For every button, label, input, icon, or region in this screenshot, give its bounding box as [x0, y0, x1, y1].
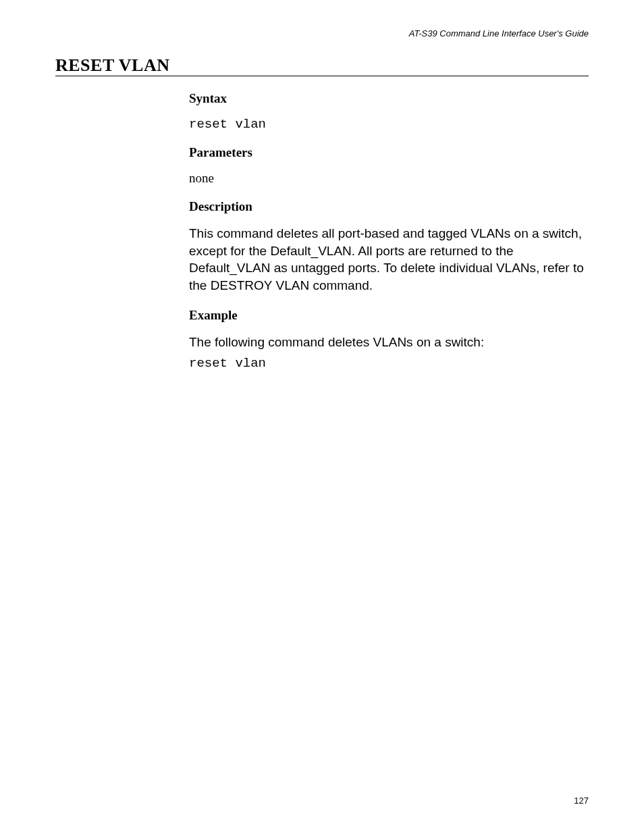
syntax-heading: Syntax: [189, 91, 594, 106]
page-number: 127: [574, 796, 589, 806]
description-text: This command deletes all port-based and …: [189, 225, 594, 294]
header-guide-title: AT-S39 Command Line Interface User's Gui…: [409, 28, 589, 38]
syntax-code: reset vlan: [189, 117, 594, 132]
parameters-heading: Parameters: [189, 145, 594, 160]
page-title: RESET VLAN: [55, 55, 170, 76]
description-heading: Description: [189, 199, 594, 214]
example-heading: Example: [189, 308, 594, 323]
title-rule: [55, 76, 589, 76]
example-code: reset vlan: [189, 356, 594, 371]
example-intro: The following command deletes VLANs on a…: [189, 334, 594, 351]
parameters-text: none: [189, 171, 594, 186]
content-area: Syntax reset vlan Parameters none Descri…: [189, 91, 594, 376]
